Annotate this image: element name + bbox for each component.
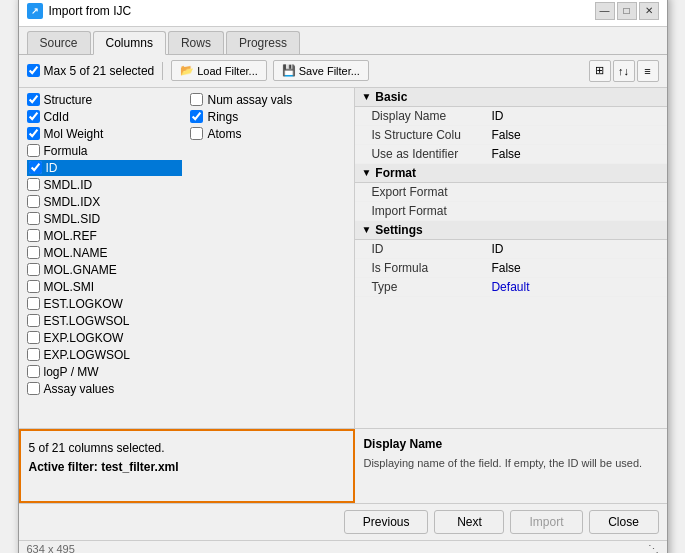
list-item: EST.LOGWSOL xyxy=(27,313,183,329)
prop-type-key: Type xyxy=(371,280,491,294)
prop-row-use-as-id: Use as Identifier False xyxy=(355,145,666,164)
col-estlogkow-check[interactable] xyxy=(27,297,40,310)
status-line2: Active filter: test_filter.xml xyxy=(29,458,346,477)
tab-rows[interactable]: Rows xyxy=(168,31,224,54)
col-smdlidx-label: SMDL.IDX xyxy=(44,195,101,209)
prop-use-as-id-value: False xyxy=(491,147,520,161)
col-explogkow-check[interactable] xyxy=(27,331,40,344)
list-item: EST.LOGKOW xyxy=(27,296,183,312)
list-item xyxy=(190,143,346,159)
list-item xyxy=(190,381,346,397)
save-filter-label: Save Filter... xyxy=(299,65,360,77)
list-item[interactable]: ID xyxy=(27,160,183,176)
col-structure-check[interactable] xyxy=(27,93,40,106)
col-molref-check[interactable] xyxy=(27,229,40,242)
prop-row-is-formula: Is Formula False xyxy=(355,259,666,278)
max-selected-input[interactable] xyxy=(27,64,40,77)
col-formula-check[interactable] xyxy=(27,144,40,157)
columns-grid: Structure Num assay vals CdId Rings xyxy=(27,92,347,397)
prop-use-as-id-key: Use as Identifier xyxy=(371,147,491,161)
col-rings-check[interactable] xyxy=(190,110,203,123)
col-smdlidx-check[interactable] xyxy=(27,195,40,208)
grid-view-button[interactable]: ⊞ xyxy=(589,60,611,82)
prop-row-export-format: Export Format xyxy=(355,183,666,202)
maximize-button[interactable]: □ xyxy=(617,2,637,20)
next-button[interactable]: Next xyxy=(434,510,504,534)
status-line1: 5 of 21 columns selected. xyxy=(29,439,346,458)
list-item xyxy=(190,194,346,210)
col-estlogwsol-label: EST.LOGWSOL xyxy=(44,314,130,328)
col-molname-check[interactable] xyxy=(27,246,40,259)
col-smdlid-label: SMDL.ID xyxy=(44,178,93,192)
prop-row-is-structure: Is Structure Colu False xyxy=(355,126,666,145)
col-numassay-check[interactable] xyxy=(190,93,203,106)
col-atoms-label: Atoms xyxy=(207,127,241,141)
col-logpmw-check[interactable] xyxy=(27,365,40,378)
prop-id-value: ID xyxy=(491,242,503,256)
col-explogwsol-check[interactable] xyxy=(27,348,40,361)
help-text: Displaying name of the field. If empty, … xyxy=(363,455,658,472)
list-item: Formula xyxy=(27,143,183,159)
previous-button[interactable]: Previous xyxy=(344,510,429,534)
prop-display-name-value: ID xyxy=(491,109,503,123)
status-selected-count: 5 of 21 columns selected. xyxy=(29,441,165,455)
col-structure-label: Structure xyxy=(44,93,93,107)
col-smdlid-check[interactable] xyxy=(27,178,40,191)
tab-source[interactable]: Source xyxy=(27,31,91,54)
list-item: SMDL.IDX xyxy=(27,194,183,210)
col-molweight-check[interactable] xyxy=(27,127,40,140)
list-item xyxy=(190,177,346,193)
list-item xyxy=(190,330,346,346)
col-cdid-label: CdId xyxy=(44,110,69,124)
list-item: MOL.REF xyxy=(27,228,183,244)
status-bar: 634 x 495 ⋱ xyxy=(19,540,667,554)
list-item: SMDL.SID xyxy=(27,211,183,227)
save-filter-icon: 💾 xyxy=(282,64,296,77)
section-settings-header[interactable]: ▼ Settings xyxy=(355,221,666,240)
col-molgname-check[interactable] xyxy=(27,263,40,276)
list-item: EXP.LOGKOW xyxy=(27,330,183,346)
title-bar: ↗ Import from IJC — □ ✕ xyxy=(19,0,667,27)
prop-is-structure-value: False xyxy=(491,128,520,142)
max-selected-checkbox[interactable]: Max 5 of 21 selected xyxy=(27,64,155,78)
close-window-button[interactable]: ✕ xyxy=(639,2,659,20)
col-id-check[interactable] xyxy=(29,161,42,174)
list-item xyxy=(190,211,346,227)
tab-progress[interactable]: Progress xyxy=(226,31,300,54)
col-molsmi-check[interactable] xyxy=(27,280,40,293)
list-item: MOL.SMI xyxy=(27,279,183,295)
col-assayvals-check[interactable] xyxy=(27,382,40,395)
col-explogwsol-label: EXP.LOGWSOL xyxy=(44,348,130,362)
resize-handle-icon: ⋱ xyxy=(648,543,659,554)
load-filter-button[interactable]: 📂 Load Filter... xyxy=(171,60,267,81)
save-filter-button[interactable]: 💾 Save Filter... xyxy=(273,60,369,81)
list-item: logP / MW xyxy=(27,364,183,380)
section-basic-header[interactable]: ▼ Basic xyxy=(355,88,666,107)
col-explogkow-label: EXP.LOGKOW xyxy=(44,331,124,345)
col-atoms-check[interactable] xyxy=(190,127,203,140)
sort-button[interactable]: ↑↓ xyxy=(613,60,635,82)
col-estlogwsol-check[interactable] xyxy=(27,314,40,327)
columns-panel: Structure Num assay vals CdId Rings xyxy=(19,88,356,428)
app-icon: ↗ xyxy=(27,3,43,19)
col-molsmi-label: MOL.SMI xyxy=(44,280,95,294)
footer: Previous Next Import Close xyxy=(19,503,667,540)
close-button[interactable]: Close xyxy=(589,510,659,534)
load-filter-label: Load Filter... xyxy=(197,65,258,77)
main-window: ↗ Import from IJC — □ ✕ Source Columns R… xyxy=(18,0,668,553)
toolbar-icon-group: ⊞ ↑↓ ≡ xyxy=(589,60,659,82)
section-format-header[interactable]: ▼ Format xyxy=(355,164,666,183)
section-settings-label: Settings xyxy=(375,223,422,237)
list-item xyxy=(190,262,346,278)
list-item: Assay values xyxy=(27,381,183,397)
col-smdlsid-check[interactable] xyxy=(27,212,40,225)
list-item xyxy=(190,364,346,380)
tab-columns[interactable]: Columns xyxy=(93,31,166,55)
col-cdid-check[interactable] xyxy=(27,110,40,123)
col-formula-label: Formula xyxy=(44,144,88,158)
col-molname-label: MOL.NAME xyxy=(44,246,108,260)
minimize-button[interactable]: — xyxy=(595,2,615,20)
list-item xyxy=(190,160,346,176)
import-button[interactable]: Import xyxy=(510,510,582,534)
filter-button[interactable]: ≡ xyxy=(637,60,659,82)
